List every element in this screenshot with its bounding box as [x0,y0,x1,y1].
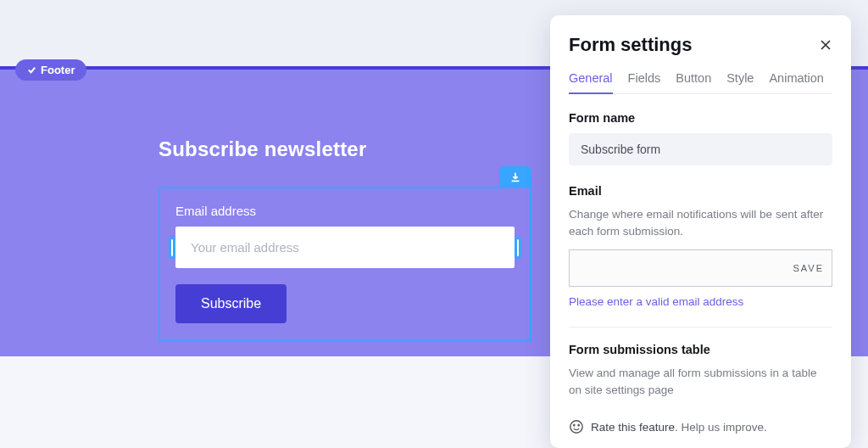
footer-tag-label: Footer [41,64,75,76]
rate-link[interactable]: Rate this feature [591,421,675,434]
svg-point-1 [574,425,575,426]
form-title: Subscribe newsletter [159,137,531,161]
submissions-label: Form submissions table [569,343,832,356]
tab-button[interactable]: Button [676,71,711,93]
resize-handle-right[interactable] [515,237,521,259]
email-label: Email [569,184,832,198]
resize-handle-left[interactable] [169,237,175,259]
field-label: Email address [175,204,515,218]
check-icon [27,65,36,75]
form-name-label: Form name [569,111,832,125]
selected-form-element[interactable]: Email address Subscribe [159,187,531,342]
tab-general[interactable]: General [569,71,613,93]
close-icon[interactable] [819,38,832,52]
tab-animation[interactable]: Animation [769,71,823,93]
divider [569,327,832,328]
subscribe-button[interactable]: Subscribe [175,284,287,323]
email-input-wrapper [175,227,515,268]
form-name-section: Form name [569,111,832,165]
smile-icon [569,419,584,434]
form-name-input[interactable] [569,133,832,165]
email-input[interactable] [175,227,515,268]
submissions-section: Form submissions table View and manage a… [569,343,832,406]
footer-tag[interactable]: Footer [15,59,86,81]
download-button[interactable] [499,166,531,188]
email-section: Email Change where email notifications w… [569,184,832,308]
rate-text: . Help us improve. [675,421,767,434]
download-icon [509,171,521,183]
settings-tabs: General Fields Button Style Animation [569,71,832,94]
email-help: Change where email notifications will be… [569,206,832,241]
email-error: Please enter a valid email address [569,295,832,308]
svg-point-2 [578,425,579,426]
rate-row: Rate this feature. Help us improve. [569,406,832,434]
save-button[interactable]: SAVE [793,263,824,273]
submissions-help: View and manage all form submissions in … [569,365,832,400]
tab-style[interactable]: Style [726,71,754,93]
settings-panel: Form settings General Fields Button Styl… [550,15,851,448]
tab-fields[interactable]: Fields [628,71,661,93]
svg-point-0 [570,421,582,433]
panel-body: Form name Email Change where email notif… [569,111,832,406]
panel-title: Form settings [569,34,692,56]
form-preview[interactable]: Subscribe newsletter Email address Subsc… [159,137,531,342]
